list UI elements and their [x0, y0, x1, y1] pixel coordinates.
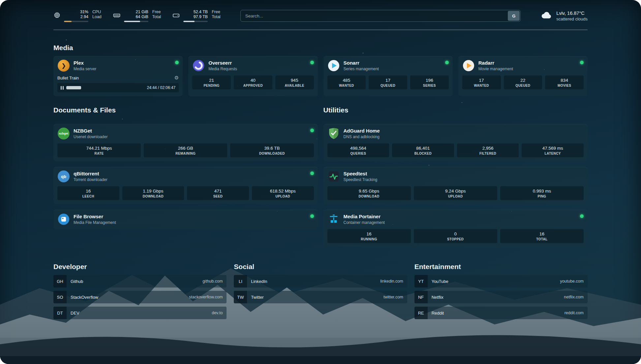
service-card-sonarr[interactable]: Sonarr Series management 485 WANTED 17 Q… — [323, 56, 453, 96]
service-subtitle: Media server — [74, 67, 96, 71]
bookmark-stackoverflow[interactable]: SO StackOverflow stackoverflow.com — [53, 291, 227, 303]
stat-label: PENDING — [194, 84, 229, 87]
search-input[interactable] — [240, 10, 521, 22]
sonarr-icon — [327, 59, 340, 72]
search-bar: G — [240, 10, 521, 22]
memory-free-value: 21 GiB — [124, 10, 148, 14]
bookmark-name: LinkedIn — [251, 279, 267, 284]
bookmark-reddit[interactable]: RE Reddit reddit.com — [414, 307, 588, 319]
bookmark-youtube[interactable]: YT YouTube youtube.com — [414, 275, 588, 288]
stat-box: 22 QUEUED — [504, 76, 542, 89]
service-card-portainer[interactable]: Media Portainer Container management 16 … — [323, 210, 588, 247]
stat-value: 1.19 Gbps — [124, 189, 183, 194]
nzbget-icon: nzbget — [57, 127, 70, 140]
playback-time: 24:44 / 02:06:47 — [147, 85, 176, 90]
status-dot-online — [310, 61, 314, 64]
service-card-plex[interactable]: ❯ Plex Media server Bullet Train ⚙ — [53, 56, 183, 96]
stat-box: 16 RUNNING — [327, 229, 411, 243]
stat-label: SEED — [188, 195, 248, 198]
status-dot-online — [580, 214, 584, 218]
weather-location: Lviv, 16.87°C — [556, 11, 588, 16]
stat-value: 0.993 ms — [502, 189, 582, 194]
stat-label: FILTERED — [458, 152, 518, 155]
stat-value: 22 — [505, 78, 541, 83]
service-card-adguard[interactable]: AdGuard Home DNS and adblocking 498,564 … — [323, 124, 588, 161]
stat-label: SERIES — [412, 84, 447, 87]
documents-section-title: Documents & Files — [53, 106, 318, 114]
bookmark-abbr: LI — [234, 275, 247, 288]
stat-value: 266 GB — [145, 146, 226, 151]
stat-box: 744.21 Mbps RATE — [57, 143, 141, 157]
media-section-title: Media — [53, 44, 588, 52]
status-dot-online — [580, 61, 584, 64]
bookmark-linkedin[interactable]: LI LinkedIn linkedin.com — [234, 275, 407, 288]
bookmark-github[interactable]: GH Github github.com — [53, 275, 227, 288]
stat-label: DOWNLOAD — [124, 195, 183, 198]
bookmark-dev[interactable]: DT DEV dev.to — [53, 307, 227, 319]
service-card-nzbget[interactable]: nzbget NZBGet Usenet downloader 744.21 M… — [53, 124, 318, 161]
bookmark-abbr: YT — [414, 275, 428, 288]
section-documents: Documents & Files nzbget NZBGet Usenet d… — [53, 106, 318, 229]
dashboard-frame: 31% CPU 2.94 Load 21 GiB Fr — [0, 0, 641, 364]
bookmark-url: netflix.com — [564, 295, 584, 299]
memory-total-label: Total — [152, 15, 161, 19]
bookmark-netflix[interactable]: NF Netflix netflix.com — [414, 291, 588, 303]
service-title: Radarr — [478, 60, 513, 66]
stat-label: BLOCKED — [393, 152, 453, 155]
service-subtitle: Movie management — [478, 67, 513, 71]
stat-box: 618.52 Mbps UPLOAD — [252, 186, 314, 200]
filebrowser-icon — [57, 213, 70, 226]
stat-label: UPLOAD — [415, 195, 496, 198]
service-card-radarr[interactable]: Radarr Movie management 17 WANTED 22 QUE… — [458, 56, 588, 96]
now-playing-title: Bullet Train — [57, 76, 79, 80]
bookmark-name: DEV — [71, 311, 79, 316]
stat-label: REMAINING — [145, 152, 226, 155]
stat-box: 9.65 Gbps DOWNLOAD — [327, 186, 411, 200]
stat-label: LEECH — [59, 195, 118, 198]
service-title: Speedtest — [344, 171, 378, 177]
service-card-filebrowser[interactable]: File Browser Media File Management — [53, 210, 318, 229]
bookmark-group-developer: Developer GH Github github.com SO StackO… — [53, 263, 227, 322]
stat-box: 17 WANTED — [462, 76, 501, 89]
bookmark-url: linkedin.com — [380, 279, 403, 284]
stat-value: 498,564 — [329, 146, 388, 151]
weather-condition: scattered clouds — [556, 16, 588, 21]
speedtest-icon — [327, 170, 340, 183]
bookmark-name: Netflix — [432, 295, 443, 300]
stat-box: 21 PENDING — [192, 76, 231, 89]
qbittorrent-icon: qb — [57, 170, 70, 183]
status-dot-online — [310, 171, 314, 175]
stat-box: 86,401 BLOCKED — [392, 143, 454, 157]
settings-gear-icon[interactable]: ⚙ — [174, 75, 179, 81]
stat-box: 0 STOPPED — [414, 229, 497, 243]
service-subtitle: Media Requests — [208, 67, 237, 71]
stat-value: 834 — [546, 78, 582, 83]
stat-box: 39.6 TB DOWNLOADED — [230, 143, 314, 157]
bookmark-abbr: NF — [414, 291, 428, 303]
stat-label: STOPPED — [415, 237, 496, 241]
disk-free-label: Free — [212, 10, 220, 14]
service-card-qbittorrent[interactable]: qb qBittorrent Torrent downloader 16 LEE… — [53, 167, 318, 204]
service-card-overseerr[interactable]: Overseerr Media Requests 21 PENDING 40 A… — [188, 56, 318, 96]
playback-progress-bar — [66, 86, 144, 89]
stat-value: 17 — [370, 78, 406, 83]
cpu-load-label: Load — [92, 15, 102, 19]
stat-label: DOWNLOADED — [231, 152, 312, 155]
search-provider-button[interactable]: G — [508, 11, 520, 21]
service-subtitle: Media File Management — [74, 220, 116, 225]
stat-label: DOWNLOAD — [329, 195, 410, 198]
social-section-title: Social — [234, 263, 407, 271]
bookmark-url: stackoverflow.com — [189, 295, 223, 299]
bookmark-twitter[interactable]: TW Twitter twitter.com — [234, 291, 407, 303]
weather-widget: Lviv, 16.87°C scattered clouds — [540, 9, 588, 22]
bookmark-url: youtube.com — [560, 279, 584, 284]
service-card-speedtest[interactable]: Speedtest Speedtest Tracking 9.65 Gbps D… — [323, 167, 588, 204]
stat-value: 2,956 — [458, 146, 518, 151]
entertainment-section-title: Entertainment — [414, 263, 588, 271]
stat-label: RUNNING — [329, 237, 410, 241]
stat-box: 1.19 Gbps DOWNLOAD — [122, 186, 184, 200]
stat-label: LATENCY — [523, 152, 582, 155]
bookmark-name: Reddit — [432, 311, 444, 316]
disk-free-value: 52.4 TB — [183, 10, 208, 14]
stat-label: QUEUED — [370, 84, 406, 87]
